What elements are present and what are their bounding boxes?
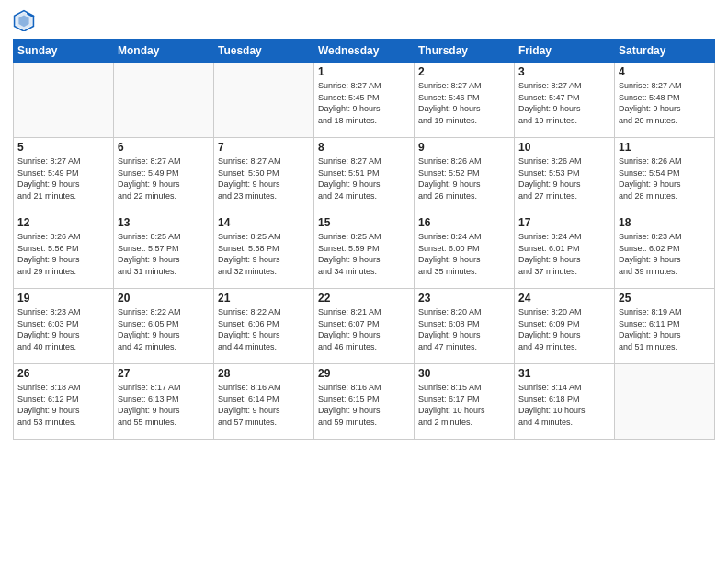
day-number: 13 (118, 216, 210, 229)
day-info: Sunrise: 8:21 AM Sunset: 6:07 PM Dayligh… (318, 306, 410, 352)
day-number: 3 (518, 65, 610, 78)
day-number: 27 (118, 367, 210, 380)
calendar-cell: 16Sunrise: 8:24 AM Sunset: 6:00 PM Dayli… (415, 213, 515, 289)
calendar-cell: 3Sunrise: 8:27 AM Sunset: 5:47 PM Daylig… (515, 63, 615, 138)
day-number: 2 (418, 65, 510, 78)
calendar-cell: 7Sunrise: 8:27 AM Sunset: 5:50 PM Daylig… (214, 138, 314, 213)
day-number: 25 (619, 292, 711, 304)
day-info: Sunrise: 8:27 AM Sunset: 5:49 PM Dayligh… (17, 155, 109, 201)
calendar-cell: 28Sunrise: 8:16 AM Sunset: 6:14 PM Dayli… (214, 364, 314, 440)
day-info: Sunrise: 8:18 AM Sunset: 6:12 PM Dayligh… (17, 382, 109, 428)
day-number: 9 (418, 141, 510, 154)
day-number: 18 (619, 216, 711, 229)
calendar-cell: 24Sunrise: 8:20 AM Sunset: 6:09 PM Dayli… (515, 289, 615, 364)
day-info: Sunrise: 8:27 AM Sunset: 5:45 PM Dayligh… (318, 80, 410, 126)
day-number: 21 (218, 292, 310, 304)
day-number: 14 (218, 216, 310, 229)
day-number: 26 (17, 367, 109, 380)
day-number: 22 (318, 292, 410, 304)
day-number: 1 (318, 65, 410, 78)
day-number: 4 (619, 65, 711, 78)
calendar-cell: 1Sunrise: 8:27 AM Sunset: 5:45 PM Daylig… (314, 63, 415, 138)
day-header-monday: Monday (114, 40, 214, 63)
day-number: 17 (518, 216, 610, 229)
calendar-table: SundayMondayTuesdayWednesdayThursdayFrid… (13, 39, 715, 440)
day-number: 29 (318, 367, 410, 380)
calendar-cell: 9Sunrise: 8:26 AM Sunset: 5:52 PM Daylig… (415, 138, 515, 213)
calendar-cell: 19Sunrise: 8:23 AM Sunset: 6:03 PM Dayli… (14, 289, 114, 364)
calendar-cell: 6Sunrise: 8:27 AM Sunset: 5:49 PM Daylig… (114, 138, 214, 213)
day-number: 28 (218, 367, 310, 380)
calendar-cell (214, 63, 314, 138)
calendar-cell: 27Sunrise: 8:17 AM Sunset: 6:13 PM Dayli… (114, 364, 214, 440)
day-info: Sunrise: 8:22 AM Sunset: 6:05 PM Dayligh… (118, 306, 210, 352)
calendar-cell: 29Sunrise: 8:16 AM Sunset: 6:15 PM Dayli… (314, 364, 415, 440)
day-info: Sunrise: 8:27 AM Sunset: 5:51 PM Dayligh… (318, 155, 410, 201)
day-header-saturday: Saturday (615, 40, 715, 63)
day-info: Sunrise: 8:26 AM Sunset: 5:54 PM Dayligh… (619, 155, 711, 201)
calendar-cell (114, 63, 214, 138)
day-info: Sunrise: 8:27 AM Sunset: 5:48 PM Dayligh… (619, 80, 711, 126)
day-info: Sunrise: 8:16 AM Sunset: 6:15 PM Dayligh… (318, 382, 410, 428)
calendar-cell: 18Sunrise: 8:23 AM Sunset: 6:02 PM Dayli… (615, 213, 715, 289)
calendar-cell: 20Sunrise: 8:22 AM Sunset: 6:05 PM Dayli… (114, 289, 214, 364)
calendar-cell: 23Sunrise: 8:20 AM Sunset: 6:08 PM Dayli… (415, 289, 515, 364)
calendar-cell: 4Sunrise: 8:27 AM Sunset: 5:48 PM Daylig… (615, 63, 715, 138)
day-number: 7 (218, 141, 310, 154)
day-info: Sunrise: 8:15 AM Sunset: 6:17 PM Dayligh… (418, 382, 510, 428)
day-info: Sunrise: 8:23 AM Sunset: 6:03 PM Dayligh… (17, 306, 109, 352)
week-row-1: 1Sunrise: 8:27 AM Sunset: 5:45 PM Daylig… (14, 63, 715, 138)
week-row-5: 26Sunrise: 8:18 AM Sunset: 6:12 PM Dayli… (14, 364, 715, 440)
day-info: Sunrise: 8:26 AM Sunset: 5:53 PM Dayligh… (518, 155, 610, 201)
header-row: SundayMondayTuesdayWednesdayThursdayFrid… (14, 40, 715, 63)
header (13, 9, 715, 31)
day-info: Sunrise: 8:16 AM Sunset: 6:14 PM Dayligh… (218, 382, 310, 428)
day-info: Sunrise: 8:14 AM Sunset: 6:18 PM Dayligh… (518, 382, 610, 428)
calendar-cell: 31Sunrise: 8:14 AM Sunset: 6:18 PM Dayli… (515, 364, 615, 440)
day-header-sunday: Sunday (14, 40, 114, 63)
day-info: Sunrise: 8:19 AM Sunset: 6:11 PM Dayligh… (619, 306, 711, 352)
day-number: 23 (418, 292, 510, 304)
day-number: 5 (17, 141, 109, 154)
logo (13, 9, 39, 31)
calendar-cell: 12Sunrise: 8:26 AM Sunset: 5:56 PM Dayli… (14, 213, 114, 289)
calendar-cell: 10Sunrise: 8:26 AM Sunset: 5:53 PM Dayli… (515, 138, 615, 213)
day-info: Sunrise: 8:23 AM Sunset: 6:02 PM Dayligh… (619, 231, 711, 277)
day-info: Sunrise: 8:20 AM Sunset: 6:09 PM Dayligh… (518, 306, 610, 352)
calendar-cell: 21Sunrise: 8:22 AM Sunset: 6:06 PM Dayli… (214, 289, 314, 364)
day-info: Sunrise: 8:20 AM Sunset: 6:08 PM Dayligh… (418, 306, 510, 352)
week-row-2: 5Sunrise: 8:27 AM Sunset: 5:49 PM Daylig… (14, 138, 715, 213)
week-row-4: 19Sunrise: 8:23 AM Sunset: 6:03 PM Dayli… (14, 289, 715, 364)
calendar-cell: 17Sunrise: 8:24 AM Sunset: 6:01 PM Dayli… (515, 213, 615, 289)
day-header-wednesday: Wednesday (314, 40, 415, 63)
calendar-cell: 11Sunrise: 8:26 AM Sunset: 5:54 PM Dayli… (615, 138, 715, 213)
day-info: Sunrise: 8:17 AM Sunset: 6:13 PM Dayligh… (118, 382, 210, 428)
calendar-cell: 25Sunrise: 8:19 AM Sunset: 6:11 PM Dayli… (615, 289, 715, 364)
day-info: Sunrise: 8:25 AM Sunset: 5:59 PM Dayligh… (318, 231, 410, 277)
calendar-cell: 2Sunrise: 8:27 AM Sunset: 5:46 PM Daylig… (415, 63, 515, 138)
day-info: Sunrise: 8:25 AM Sunset: 5:57 PM Dayligh… (118, 231, 210, 277)
calendar-cell: 8Sunrise: 8:27 AM Sunset: 5:51 PM Daylig… (314, 138, 415, 213)
day-number: 10 (518, 141, 610, 154)
day-number: 6 (118, 141, 210, 154)
week-row-3: 12Sunrise: 8:26 AM Sunset: 5:56 PM Dayli… (14, 213, 715, 289)
day-number: 30 (418, 367, 510, 380)
day-info: Sunrise: 8:25 AM Sunset: 5:58 PM Dayligh… (218, 231, 310, 277)
calendar-cell: 5Sunrise: 8:27 AM Sunset: 5:49 PM Daylig… (14, 138, 114, 213)
calendar-cell (14, 63, 114, 138)
calendar-cell: 22Sunrise: 8:21 AM Sunset: 6:07 PM Dayli… (314, 289, 415, 364)
calendar-cell (615, 364, 715, 440)
day-header-thursday: Thursday (415, 40, 515, 63)
day-info: Sunrise: 8:27 AM Sunset: 5:49 PM Dayligh… (118, 155, 210, 201)
calendar-cell: 14Sunrise: 8:25 AM Sunset: 5:58 PM Dayli… (214, 213, 314, 289)
day-number: 15 (318, 216, 410, 229)
day-info: Sunrise: 8:27 AM Sunset: 5:50 PM Dayligh… (218, 155, 310, 201)
day-header-friday: Friday (515, 40, 615, 63)
day-number: 12 (17, 216, 109, 229)
day-header-tuesday: Tuesday (214, 40, 314, 63)
calendar-cell: 13Sunrise: 8:25 AM Sunset: 5:57 PM Dayli… (114, 213, 214, 289)
calendar-cell: 15Sunrise: 8:25 AM Sunset: 5:59 PM Dayli… (314, 213, 415, 289)
calendar-cell: 26Sunrise: 8:18 AM Sunset: 6:12 PM Dayli… (14, 364, 114, 440)
day-number: 20 (118, 292, 210, 304)
day-info: Sunrise: 8:22 AM Sunset: 6:06 PM Dayligh… (218, 306, 310, 352)
